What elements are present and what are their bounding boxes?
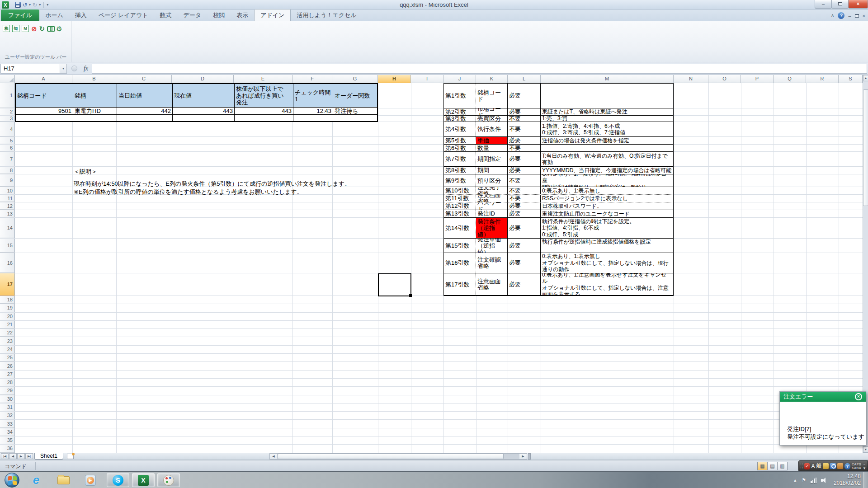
row-header[interactable]: 23 — [0, 337, 15, 345]
cell-a2[interactable]: 9501 — [16, 108, 73, 115]
row-header[interactable]: 13 — [0, 210, 15, 217]
window-close-button[interactable]: × — [848, 0, 868, 9]
arg-cell[interactable]: 第17引数 — [444, 273, 476, 296]
row-header[interactable]: 12 — [0, 202, 15, 210]
volume-icon[interactable] — [821, 478, 827, 483]
arg-name-cell[interactable]: 注文完了省略 — [476, 187, 508, 194]
tab-katsuyou[interactable]: 活用しよう！エクセル — [291, 9, 362, 21]
ime-tools-icon[interactable] — [837, 463, 843, 469]
arg-desc-cell[interactable]: 日本株取引パスワード。 — [541, 202, 673, 210]
arg-name-cell[interactable]: 期間指定 — [476, 152, 508, 166]
refresh-icon[interactable]: ↻ — [39, 25, 45, 32]
arg-req-cell[interactable]: 必要 — [508, 167, 541, 174]
col-header-h-selected[interactable]: H — [378, 75, 411, 83]
arg-cell[interactable]: 第9引数 — [444, 174, 476, 187]
arg-name-cell[interactable]: 銘柄コード — [476, 84, 508, 108]
col-header-s[interactable]: S — [839, 75, 863, 83]
addin-kabu-icon[interactable]: 株 — [3, 25, 10, 32]
row-header[interactable]: 34 — [0, 428, 15, 436]
drag-handle-icon[interactable] — [800, 463, 803, 470]
prev-sheet-icon[interactable]: ◀ — [9, 453, 17, 459]
col-header-k[interactable]: K — [476, 75, 508, 83]
col-header-g[interactable]: G — [332, 75, 378, 83]
col-header-n[interactable]: N — [674, 75, 708, 83]
arg-name-cell[interactable]: 市場コード — [476, 108, 508, 115]
arg-desc-cell[interactable]: 執行条件が逆指値の時は下記を設定。 1:指値、4:引指、6:不成 0:成行、5:… — [541, 218, 673, 238]
row-header[interactable]: 27 — [0, 371, 15, 378]
workbook-restore-icon[interactable] — [855, 14, 859, 18]
view-page-layout-icon[interactable]: ▤ — [767, 462, 778, 470]
kana-indicator[interactable]: KANA — [852, 466, 861, 470]
arg-req-cell[interactable]: 不要 — [508, 116, 541, 122]
arg-cell[interactable]: 第4引数 — [444, 122, 476, 136]
scroll-up-icon[interactable]: ▲ — [863, 75, 868, 81]
arg-name-cell-highlighted[interactable]: 単価 — [476, 137, 508, 144]
arg-cell[interactable]: 第2引数 — [444, 108, 476, 115]
row-header[interactable]: 30 — [0, 395, 15, 403]
arg-name-cell[interactable]: 数量 — [476, 145, 508, 151]
arg-desc-cell[interactable]: 1:指値、2:寄指、4:引指、6:不成 0:成行、3:寄成、5:引成、7:逆指値 — [541, 122, 673, 136]
row-header[interactable]: 25 — [0, 354, 15, 361]
row-header[interactable]: 22 — [0, 329, 15, 337]
row-header[interactable]: 15 — [0, 239, 15, 253]
header-cell[interactable]: 銘柄コード — [16, 84, 73, 108]
row-header[interactable]: 31 — [0, 404, 15, 411]
row-header[interactable]: 14 — [0, 218, 15, 238]
row-header[interactable]: 35 — [0, 436, 15, 444]
cell-g2[interactable]: 発注待ち — [333, 108, 377, 115]
cell-g3[interactable] — [333, 115, 377, 121]
row-header[interactable]: 8 — [0, 167, 15, 174]
arg-cell[interactable]: 第14引数 — [444, 218, 476, 238]
selected-cell-h17[interactable] — [378, 273, 411, 296]
cell-a3[interactable] — [16, 115, 73, 121]
popup-title-bar[interactable]: 注文エラー × — [780, 392, 866, 402]
row-header[interactable]: 1 — [0, 83, 15, 108]
row-header[interactable]: 21 — [0, 321, 15, 328]
tab-formulas[interactable]: 数式 — [154, 9, 178, 21]
col-header-i[interactable]: I — [411, 75, 443, 83]
arg-req-cell[interactable]: 必要 — [508, 210, 541, 217]
arg-name-cell[interactable]: 注文画面省略 — [476, 195, 508, 202]
arg-req-cell[interactable]: 必要 — [508, 137, 541, 144]
col-header-b[interactable]: B — [72, 75, 116, 83]
show-desktop-button[interactable] — [863, 472, 868, 488]
row-header[interactable]: 4 — [0, 122, 15, 136]
scroll-right-icon[interactable]: ▶ — [519, 454, 527, 459]
name-box-dropdown-icon[interactable]: ▾ — [60, 64, 67, 74]
arg-name-cell[interactable]: 執行条件 — [476, 122, 508, 136]
workbook-close-icon[interactable]: × — [863, 13, 865, 19]
arg-req-cell[interactable]: 不要 — [508, 187, 541, 194]
col-header-d[interactable]: D — [172, 75, 234, 83]
arg-desc-cell[interactable]: O:特定預り、1:一般預り、省略可能、省略時は特定口座 開設顧客は特定預り、未開… — [541, 174, 673, 187]
row-header[interactable]: 26 — [0, 362, 15, 370]
arg-desc-cell[interactable] — [541, 145, 673, 151]
name-box[interactable]: H17 — [0, 64, 60, 74]
addin-chi-icon[interactable]: 知 — [12, 25, 19, 32]
col-header-c[interactable]: C — [116, 75, 172, 83]
arg-cell[interactable]: 第16引数 — [444, 253, 476, 273]
arg-desc-cell[interactable]: YYYYMMDD、当日指定、今週指定の場合は省略可能 — [541, 167, 673, 174]
arg-name-cell[interactable]: 注意画面省略 — [476, 273, 508, 296]
insert-worksheet-icon[interactable] — [67, 454, 74, 459]
arg-req-cell[interactable]: 不要 — [508, 122, 541, 136]
tab-page-layout[interactable]: ページ レイアウト — [93, 9, 154, 21]
col-header-m[interactable]: M — [541, 75, 674, 83]
view-page-break-icon[interactable]: ▥ — [777, 462, 788, 470]
horizontal-scrollbar[interactable]: ◀ ▶ — [269, 453, 527, 460]
taskbar-skype-button[interactable]: S — [107, 473, 129, 487]
row-header[interactable]: 10 — [0, 187, 15, 194]
row-header[interactable]: 24 — [0, 346, 15, 353]
no-entry-icon[interactable]: ⊘ — [31, 25, 37, 32]
col-header-a[interactable]: A — [15, 75, 72, 83]
arg-req-cell[interactable]: 不要 — [508, 174, 541, 187]
cell-d3[interactable] — [173, 115, 235, 121]
formula-input[interactable] — [92, 64, 867, 74]
arg-req-cell[interactable]: 必要 — [508, 202, 541, 210]
ime-expand-icon[interactable]: ▼ — [863, 466, 866, 470]
cell-e2[interactable]: 443 — [235, 108, 293, 115]
row-header[interactable]: 20 — [0, 313, 15, 320]
popup-close-icon[interactable]: × — [855, 393, 862, 400]
view-normal-icon[interactable]: ▦ — [757, 462, 768, 470]
note-title[interactable]: ＜説明＞ — [74, 168, 97, 176]
row-header[interactable]: 29 — [0, 387, 15, 394]
